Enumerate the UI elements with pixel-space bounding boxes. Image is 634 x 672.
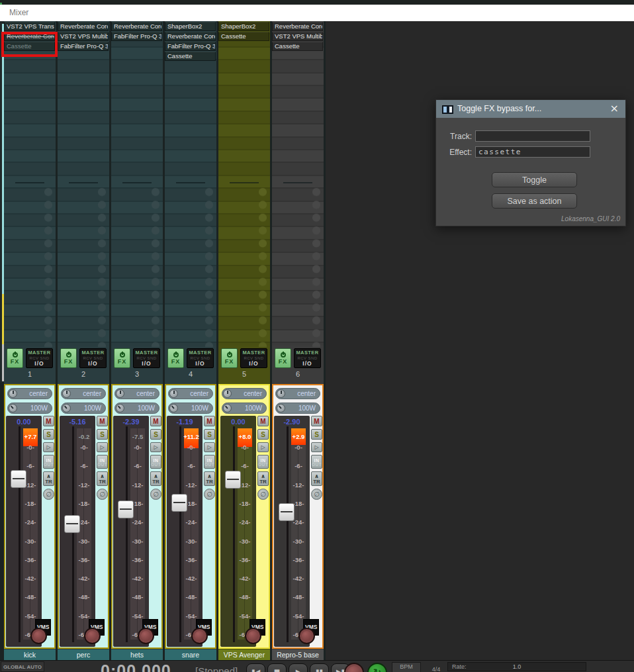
mute-button[interactable]: M bbox=[257, 416, 269, 426]
pause-button[interactable]: ▮▮ bbox=[310, 663, 329, 672]
fx-insert-icon[interactable]: ▷ bbox=[97, 442, 108, 452]
solo-button[interactable]: S bbox=[43, 429, 54, 440]
global-automation-button[interactable]: GLOBAL AUTO bbox=[1, 661, 44, 672]
record-arm-button[interactable] bbox=[138, 628, 154, 644]
fx-item[interactable]: VST2 VPS Transm bbox=[4, 22, 55, 31]
mute-button[interactable]: M bbox=[204, 416, 215, 426]
fx-item[interactable]: Reverberate Core bbox=[272, 22, 323, 31]
phase-button[interactable]: ∅ bbox=[311, 489, 322, 500]
mute-button[interactable]: M bbox=[150, 416, 161, 426]
pan-control[interactable]: center bbox=[168, 388, 213, 399]
io-button[interactable]: MASTERRCV SNDI/O bbox=[133, 348, 160, 368]
solo-button[interactable]: S bbox=[97, 429, 108, 440]
fx-button[interactable]: FX bbox=[167, 348, 184, 368]
record-arm-button[interactable] bbox=[84, 628, 101, 644]
io-button[interactable]: MASTERRCV SNDI/O bbox=[79, 348, 107, 368]
rate-slider[interactable]: Rate: 1.0 bbox=[447, 662, 586, 671]
track-number[interactable]: 3 bbox=[111, 370, 163, 378]
fx-insert-icon[interactable]: ▷ bbox=[150, 442, 161, 452]
io-button[interactable]: MASTERRCV SNDI/O bbox=[26, 348, 53, 368]
io-button[interactable]: MASTERRCV SNDI/O bbox=[187, 348, 214, 368]
trim-automation-button[interactable]: ∧TR bbox=[150, 471, 161, 486]
track-name[interactable]: perc bbox=[58, 649, 109, 661]
track-name[interactable]: Repro-5 base bbox=[272, 649, 324, 661]
fx-item[interactable]: Reverberate Core bbox=[165, 32, 216, 41]
pan-control[interactable]: center bbox=[7, 388, 52, 399]
repeat-button[interactable]: ↻ bbox=[367, 663, 387, 672]
routing-button[interactable]: INOUT bbox=[257, 455, 269, 469]
trim-automation-button[interactable]: ∧TR bbox=[257, 471, 269, 486]
fx-item[interactable]: Cassette bbox=[218, 32, 269, 41]
width-control[interactable]: 100W bbox=[114, 403, 159, 414]
mute-button[interactable]: M bbox=[97, 416, 108, 426]
fader-handle[interactable] bbox=[225, 471, 241, 489]
width-control[interactable]: 100W bbox=[222, 403, 267, 414]
fx-button[interactable]: FX bbox=[7, 348, 23, 368]
save-as-action-button[interactable]: Save as action bbox=[492, 193, 577, 209]
fx-button[interactable]: FX bbox=[114, 348, 130, 368]
track-name[interactable]: kick bbox=[4, 649, 56, 661]
record-arm-button[interactable] bbox=[191, 628, 208, 644]
bpm-label[interactable]: BPM bbox=[392, 662, 421, 672]
fx-insert-icon[interactable]: ▷ bbox=[204, 442, 215, 452]
routing-button[interactable]: INOUT bbox=[311, 455, 322, 469]
width-control[interactable]: 100W bbox=[61, 403, 106, 414]
routing-button[interactable]: INOUT bbox=[150, 455, 161, 469]
fx-item[interactable]: FabFilter Pro-Q 3 bbox=[111, 32, 162, 41]
solo-button[interactable]: S bbox=[257, 429, 269, 440]
phase-button[interactable]: ∅ bbox=[43, 489, 54, 500]
time-display[interactable]: 0:00.000 bbox=[101, 661, 171, 672]
dialog-titlebar[interactable]: Toggle FX bypass for... × bbox=[436, 100, 625, 118]
pan-control[interactable]: center bbox=[275, 388, 320, 399]
fx-item[interactable]: FabFilter Pro-Q 3 bbox=[58, 42, 109, 51]
fx-button[interactable]: FX bbox=[60, 348, 77, 368]
fx-item[interactable]: Reverberate Core bbox=[111, 22, 162, 31]
fx-item[interactable]: ShaperBox2 bbox=[165, 22, 216, 31]
toggle-button[interactable]: Toggle bbox=[492, 172, 577, 187]
track-number[interactable]: 6 bbox=[272, 370, 324, 378]
phase-button[interactable]: ∅ bbox=[257, 489, 269, 500]
pan-control[interactable]: center bbox=[61, 388, 106, 399]
effect-input[interactable] bbox=[475, 146, 590, 158]
track-number[interactable]: 5 bbox=[218, 370, 270, 378]
fx-insert-icon[interactable]: ▷ bbox=[311, 442, 322, 452]
track-input[interactable] bbox=[475, 130, 590, 142]
phase-button[interactable]: ∅ bbox=[150, 489, 161, 500]
solo-button[interactable]: S bbox=[204, 429, 215, 440]
close-icon[interactable]: × bbox=[610, 102, 619, 115]
fx-item[interactable]: ShaperBox2 bbox=[218, 22, 269, 31]
fx-item[interactable]: VST2 VPS Multiba bbox=[272, 32, 323, 41]
phase-button[interactable]: ∅ bbox=[97, 489, 108, 500]
width-control[interactable]: 100W bbox=[168, 403, 213, 414]
trim-automation-button[interactable]: ∧TR bbox=[97, 471, 108, 486]
go-to-start-button[interactable]: ▮◀ bbox=[246, 663, 265, 672]
track-name[interactable]: snare bbox=[165, 649, 216, 661]
solo-button[interactable]: S bbox=[150, 429, 161, 440]
record-arm-button[interactable] bbox=[30, 628, 47, 644]
track-number[interactable]: 1 bbox=[4, 370, 56, 378]
width-control[interactable]: 100W bbox=[7, 403, 52, 414]
pan-control[interactable]: center bbox=[222, 388, 267, 399]
trim-automation-button[interactable]: ∧TR bbox=[43, 471, 54, 486]
phase-button[interactable]: ∅ bbox=[204, 489, 215, 500]
fx-item[interactable]: Cassette bbox=[272, 42, 323, 51]
width-control[interactable]: 100W bbox=[275, 403, 320, 414]
record-arm-button[interactable] bbox=[298, 628, 315, 644]
routing-button[interactable]: INOUT bbox=[43, 455, 54, 469]
record-arm-button[interactable] bbox=[245, 628, 261, 644]
io-button[interactable]: MASTERRCV SNDI/O bbox=[294, 348, 321, 368]
fader-handle[interactable] bbox=[64, 515, 80, 533]
fader-handle[interactable] bbox=[118, 501, 134, 518]
fx-item[interactable]: VST2 VPS Multiba bbox=[58, 32, 109, 41]
time-signature[interactable]: 4/4 bbox=[426, 666, 446, 672]
fader-handle[interactable] bbox=[279, 503, 294, 521]
track-number[interactable]: 4 bbox=[165, 370, 216, 378]
fx-button[interactable]: FX bbox=[221, 348, 238, 368]
mixer-titlebar[interactable]: Mixer bbox=[0, 5, 634, 21]
solo-button[interactable]: S bbox=[311, 429, 322, 440]
fx-item[interactable]: FabFilter Pro-Q 3 bbox=[165, 42, 216, 51]
fader-handle[interactable] bbox=[11, 470, 26, 488]
io-button[interactable]: MASTERRCV SNDI/O bbox=[240, 348, 267, 368]
routing-button[interactable]: INOUT bbox=[204, 455, 215, 469]
play-button[interactable]: ▶ bbox=[289, 663, 308, 672]
